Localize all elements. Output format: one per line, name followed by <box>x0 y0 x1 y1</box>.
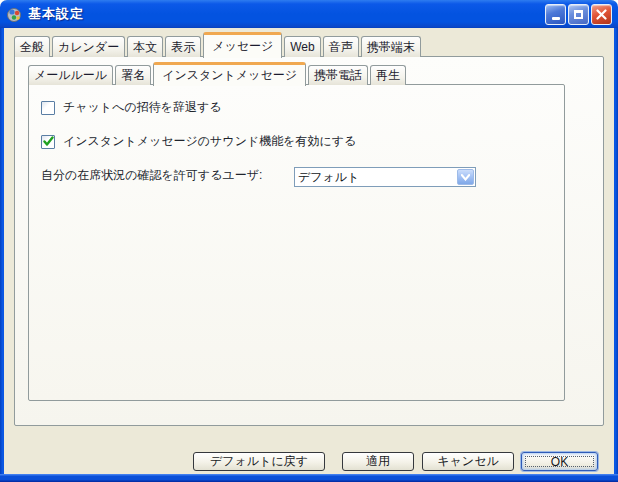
dialog-client-area: 全般 カレンダー 本文 表示 メッセージ Web 音声 携帯端末 メールルール … <box>4 28 614 474</box>
decline-chat-checkbox[interactable] <box>41 101 55 115</box>
preferences-dialog: 基本設定 全般 カレンダー 本文 表示 メッセージ Web <box>0 0 618 482</box>
minimize-icon <box>552 17 560 20</box>
presence-user-select[interactable]: デフォルト <box>294 167 476 187</box>
tab-mobile-device[interactable]: 携帯端末 <box>361 36 421 57</box>
outer-tab-strip: 全般 カレンダー 本文 表示 メッセージ Web 音声 携帯端末 <box>14 31 421 57</box>
tab-display[interactable]: 表示 <box>165 36 201 57</box>
tab-body[interactable]: 本文 <box>127 36 163 57</box>
im-sound-row: インスタントメッセージのサウンド機能を有効にする <box>41 133 356 150</box>
inner-tab-strip: メールルール 署名 インスタントメッセージ 携帯電話 再生 <box>28 61 406 85</box>
tab-web[interactable]: Web <box>284 36 320 57</box>
tab-playback[interactable]: 再生 <box>370 65 406 85</box>
tab-signature[interactable]: 署名 <box>115 65 151 85</box>
apply-button[interactable]: 適用 <box>342 452 414 471</box>
tab-audio[interactable]: 音声 <box>323 36 359 57</box>
close-icon <box>596 9 607 20</box>
window-border-right <box>614 28 618 482</box>
minimize-button[interactable] <box>545 4 566 25</box>
presence-permission-label: 自分の在席状況の確認を許可するユーザ: <box>41 167 262 184</box>
checkmark-icon <box>43 136 54 147</box>
im-sound-label[interactable]: インスタントメッセージのサウンド機能を有効にする <box>63 133 356 150</box>
tab-calendar[interactable]: カレンダー <box>52 36 125 57</box>
presence-user-dropdown-button[interactable] <box>457 169 474 185</box>
presence-user-selected-value: デフォルト <box>295 169 457 186</box>
chevron-down-icon <box>461 174 470 181</box>
ok-button[interactable]: OK <box>521 452 598 471</box>
cancel-button[interactable]: キャンセル <box>422 452 514 471</box>
tab-instant-message[interactable]: インスタントメッセージ <box>153 62 306 86</box>
tab-general[interactable]: 全般 <box>14 36 50 57</box>
decline-chat-label[interactable]: チャットへの招待を辞退する <box>63 99 222 116</box>
maximize-icon <box>574 10 583 19</box>
instant-message-panel: チャットへの招待を辞退する インスタントメッセージのサウンド機能を有効にする 自… <box>28 84 565 401</box>
restore-defaults-button[interactable]: デフォルトに戻す <box>193 452 325 471</box>
presence-permission-row: 自分の在席状況の確認を許可するユーザ: デフォルト <box>41 167 556 184</box>
decline-chat-row: チャットへの招待を辞退する <box>41 99 222 116</box>
window-title: 基本設定 <box>28 5 545 23</box>
tab-message[interactable]: メッセージ <box>203 32 282 58</box>
close-button[interactable] <box>591 4 612 25</box>
tab-mobile-phone[interactable]: 携帯電話 <box>308 65 368 85</box>
app-icon <box>6 6 23 23</box>
im-sound-checkbox[interactable] <box>41 135 55 149</box>
title-bar: 基本設定 <box>0 0 618 28</box>
tab-mail-rules[interactable]: メールルール <box>28 65 113 85</box>
maximize-button[interactable] <box>568 4 589 25</box>
window-border-bottom <box>0 474 618 482</box>
